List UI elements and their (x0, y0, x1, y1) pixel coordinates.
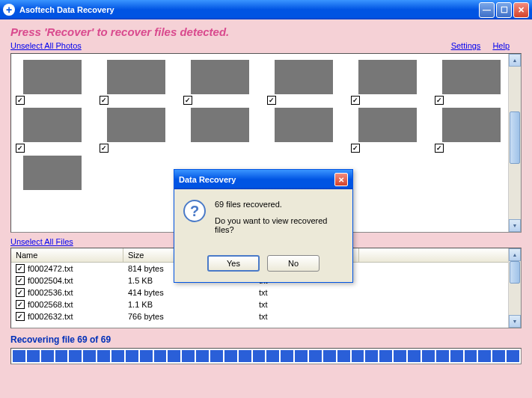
column-header-blank[interactable] (359, 248, 521, 262)
photo-checkbox[interactable]: ✓ (100, 96, 108, 105)
file-checkbox[interactable]: ✓ (16, 312, 25, 321)
file-checkbox[interactable]: ✓ (16, 276, 25, 285)
photo-scrollbar[interactable]: ▲ ▼ (508, 54, 521, 232)
file-checkbox[interactable]: ✓ (16, 264, 25, 273)
photo-checkbox[interactable]: ✓ (435, 96, 444, 105)
scroll-down-button[interactable]: ▼ (509, 315, 521, 328)
scroll-down-button[interactable]: ▼ (509, 219, 521, 232)
file-ext: txt (254, 299, 359, 310)
photo-checkbox[interactable]: ✓ (16, 144, 25, 153)
window-title: Asoftech Data Recovery (19, 5, 114, 14)
photo-thumb[interactable]: ✓ (442, 60, 501, 94)
photo-thumb[interactable]: ✓ (442, 108, 501, 142)
scroll-thumb[interactable] (510, 261, 520, 284)
status-text: Recovering file 69 of 69 (10, 334, 522, 345)
photo-checkbox[interactable]: ✓ (183, 96, 192, 105)
titlebar: + Asoftech Data Recovery — ☐ ✕ (0, 0, 532, 19)
photo-checkbox[interactable]: ✓ (351, 96, 360, 105)
unselect-all-files-link[interactable]: Unselect All Files (10, 237, 73, 246)
photo-checkbox[interactable]: ✓ (435, 144, 444, 153)
question-icon: ? (183, 200, 206, 222)
photo-checkbox[interactable]: ✓ (267, 96, 276, 105)
photo-checkbox[interactable]: ✓ (351, 144, 360, 153)
file-name: f0002568.txt (28, 300, 73, 309)
photo-thumb[interactable]: ✓ (23, 108, 82, 142)
scroll-up-button[interactable]: ▲ (509, 54, 521, 67)
file-row[interactable]: ✓f0002632.txt766 bytestxt (11, 310, 521, 322)
close-button[interactable]: ✕ (513, 2, 529, 18)
settings-link[interactable]: Settings (451, 41, 481, 50)
file-checkbox[interactable]: ✓ (16, 300, 25, 309)
file-checkbox[interactable]: ✓ (16, 288, 25, 297)
file-size: 1.1 KB (123, 299, 254, 310)
file-ext: txt (254, 311, 359, 322)
file-size: 414 bytes (123, 287, 254, 298)
no-button[interactable]: No (267, 255, 319, 272)
help-link[interactable]: Help (492, 41, 510, 50)
file-name: f0002632.txt (28, 312, 73, 321)
minimize-button[interactable]: — (479, 2, 495, 18)
photo-checkbox[interactable]: ✓ (16, 96, 25, 105)
file-ext: txt (254, 287, 359, 298)
file-scrollbar[interactable]: ▲ ▼ (508, 248, 521, 328)
file-name: f0002536.txt (28, 288, 73, 297)
photo-thumb[interactable]: ✓ (358, 60, 417, 94)
scroll-thumb[interactable] (510, 111, 520, 164)
instruction-text: Press 'Recover' to recover files detecte… (10, 25, 522, 38)
photo-thumb[interactable]: ✓ (107, 60, 165, 94)
photo-thumb[interactable]: ✓ (358, 108, 417, 142)
dialog-line1: 69 files recovered. (215, 200, 343, 209)
dialog-title: Data Recovery (179, 175, 236, 184)
photo-thumb[interactable] (23, 156, 82, 190)
photo-checkbox[interactable]: ✓ (100, 144, 108, 153)
file-size: 766 bytes (123, 311, 254, 322)
recovery-dialog: Data Recovery ✕ ? 69 files recovered. Do… (174, 169, 353, 283)
column-header-name[interactable]: Name (11, 248, 123, 262)
file-row[interactable]: ✓f0002568.txt1.1 KBtxt (11, 298, 521, 310)
scroll-up-button[interactable]: ▲ (509, 248, 521, 261)
photo-thumb[interactable]: ✓ (23, 60, 82, 94)
unselect-all-photos-link[interactable]: Unselect All Photos (10, 41, 82, 50)
file-name: f0002472.txt (28, 264, 73, 273)
photo-thumb[interactable]: ✓ (191, 60, 249, 94)
photo-thumb[interactable]: ✓ (275, 60, 333, 94)
yes-button[interactable]: Yes (207, 255, 260, 272)
photo-thumb[interactable] (191, 108, 249, 142)
photo-thumb[interactable]: ✓ (107, 108, 165, 142)
maximize-button[interactable]: ☐ (496, 2, 512, 18)
file-row[interactable]: ✓f0002536.txt414 bytestxt (11, 287, 521, 298)
photo-thumb[interactable] (275, 108, 333, 142)
dialog-close-button[interactable]: ✕ (334, 173, 348, 186)
progress-bar (10, 348, 522, 364)
file-name: f0002504.txt (28, 276, 73, 285)
app-icon: + (3, 4, 15, 16)
dialog-line2: Do you want to view recovered files? (215, 216, 343, 234)
